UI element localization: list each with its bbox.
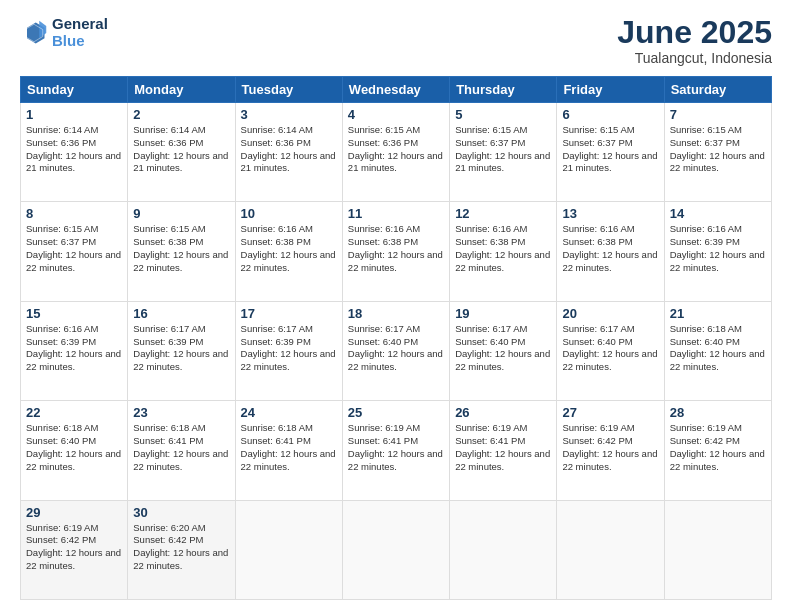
calendar-cell: 23Sunrise: 6:18 AM Sunset: 6:41 PM Dayli… [128, 401, 235, 500]
calendar-cell [235, 500, 342, 599]
day-number: 5 [455, 107, 551, 122]
cell-info: Sunrise: 6:14 AM Sunset: 6:36 PM Dayligh… [241, 124, 337, 175]
day-number: 25 [348, 405, 444, 420]
week-row-1: 1Sunrise: 6:14 AM Sunset: 6:36 PM Daylig… [21, 103, 772, 202]
calendar-header: SundayMondayTuesdayWednesdayThursdayFrid… [21, 77, 772, 103]
cell-info: Sunrise: 6:17 AM Sunset: 6:40 PM Dayligh… [455, 323, 551, 374]
day-number: 6 [562, 107, 658, 122]
day-header-sunday: Sunday [21, 77, 128, 103]
calendar-cell: 10Sunrise: 6:16 AM Sunset: 6:38 PM Dayli… [235, 202, 342, 301]
main-title: June 2025 [617, 16, 772, 48]
calendar-cell: 24Sunrise: 6:18 AM Sunset: 6:41 PM Dayli… [235, 401, 342, 500]
cell-info: Sunrise: 6:16 AM Sunset: 6:38 PM Dayligh… [348, 223, 444, 274]
day-number: 2 [133, 107, 229, 122]
cell-info: Sunrise: 6:16 AM Sunset: 6:38 PM Dayligh… [562, 223, 658, 274]
calendar-cell: 29Sunrise: 6:19 AM Sunset: 6:42 PM Dayli… [21, 500, 128, 599]
calendar-cell: 18Sunrise: 6:17 AM Sunset: 6:40 PM Dayli… [342, 301, 449, 400]
cell-info: Sunrise: 6:19 AM Sunset: 6:41 PM Dayligh… [348, 422, 444, 473]
day-number: 1 [26, 107, 122, 122]
day-header-monday: Monday [128, 77, 235, 103]
cell-info: Sunrise: 6:16 AM Sunset: 6:39 PM Dayligh… [26, 323, 122, 374]
day-number: 17 [241, 306, 337, 321]
logo: General Blue [20, 16, 108, 49]
day-number: 7 [670, 107, 766, 122]
calendar-cell [557, 500, 664, 599]
calendar-cell: 8Sunrise: 6:15 AM Sunset: 6:37 PM Daylig… [21, 202, 128, 301]
week-row-4: 22Sunrise: 6:18 AM Sunset: 6:40 PM Dayli… [21, 401, 772, 500]
cell-info: Sunrise: 6:18 AM Sunset: 6:41 PM Dayligh… [241, 422, 337, 473]
cell-info: Sunrise: 6:20 AM Sunset: 6:42 PM Dayligh… [133, 522, 229, 573]
day-number: 21 [670, 306, 766, 321]
day-number: 27 [562, 405, 658, 420]
day-number: 3 [241, 107, 337, 122]
calendar-cell: 15Sunrise: 6:16 AM Sunset: 6:39 PM Dayli… [21, 301, 128, 400]
calendar-cell: 6Sunrise: 6:15 AM Sunset: 6:37 PM Daylig… [557, 103, 664, 202]
day-number: 8 [26, 206, 122, 221]
cell-info: Sunrise: 6:14 AM Sunset: 6:36 PM Dayligh… [26, 124, 122, 175]
calendar-cell [342, 500, 449, 599]
day-header-friday: Friday [557, 77, 664, 103]
calendar-cell: 7Sunrise: 6:15 AM Sunset: 6:37 PM Daylig… [664, 103, 771, 202]
calendar-cell: 19Sunrise: 6:17 AM Sunset: 6:40 PM Dayli… [450, 301, 557, 400]
day-number: 28 [670, 405, 766, 420]
calendar-cell: 12Sunrise: 6:16 AM Sunset: 6:38 PM Dayli… [450, 202, 557, 301]
day-header-thursday: Thursday [450, 77, 557, 103]
title-block: June 2025 Tualangcut, Indonesia [617, 16, 772, 66]
day-number: 9 [133, 206, 229, 221]
cell-info: Sunrise: 6:19 AM Sunset: 6:41 PM Dayligh… [455, 422, 551, 473]
week-row-2: 8Sunrise: 6:15 AM Sunset: 6:37 PM Daylig… [21, 202, 772, 301]
cell-info: Sunrise: 6:18 AM Sunset: 6:40 PM Dayligh… [670, 323, 766, 374]
cell-info: Sunrise: 6:17 AM Sunset: 6:39 PM Dayligh… [133, 323, 229, 374]
logo-text: General Blue [52, 16, 108, 49]
calendar-cell: 2Sunrise: 6:14 AM Sunset: 6:36 PM Daylig… [128, 103, 235, 202]
calendar-cell: 17Sunrise: 6:17 AM Sunset: 6:39 PM Dayli… [235, 301, 342, 400]
cell-info: Sunrise: 6:17 AM Sunset: 6:39 PM Dayligh… [241, 323, 337, 374]
day-number: 30 [133, 505, 229, 520]
day-number: 22 [26, 405, 122, 420]
calendar-cell: 13Sunrise: 6:16 AM Sunset: 6:38 PM Dayli… [557, 202, 664, 301]
calendar-cell: 25Sunrise: 6:19 AM Sunset: 6:41 PM Dayli… [342, 401, 449, 500]
day-number: 11 [348, 206, 444, 221]
calendar-cell: 28Sunrise: 6:19 AM Sunset: 6:42 PM Dayli… [664, 401, 771, 500]
day-number: 18 [348, 306, 444, 321]
day-header-saturday: Saturday [664, 77, 771, 103]
day-number: 26 [455, 405, 551, 420]
calendar-cell: 22Sunrise: 6:18 AM Sunset: 6:40 PM Dayli… [21, 401, 128, 500]
cell-info: Sunrise: 6:15 AM Sunset: 6:37 PM Dayligh… [26, 223, 122, 274]
cell-info: Sunrise: 6:15 AM Sunset: 6:37 PM Dayligh… [670, 124, 766, 175]
day-number: 24 [241, 405, 337, 420]
day-number: 19 [455, 306, 551, 321]
calendar-cell: 30Sunrise: 6:20 AM Sunset: 6:42 PM Dayli… [128, 500, 235, 599]
calendar-cell: 26Sunrise: 6:19 AM Sunset: 6:41 PM Dayli… [450, 401, 557, 500]
day-number: 20 [562, 306, 658, 321]
day-number: 12 [455, 206, 551, 221]
cell-info: Sunrise: 6:15 AM Sunset: 6:38 PM Dayligh… [133, 223, 229, 274]
week-row-3: 15Sunrise: 6:16 AM Sunset: 6:39 PM Dayli… [21, 301, 772, 400]
subtitle: Tualangcut, Indonesia [617, 50, 772, 66]
calendar-cell: 9Sunrise: 6:15 AM Sunset: 6:38 PM Daylig… [128, 202, 235, 301]
cell-info: Sunrise: 6:15 AM Sunset: 6:36 PM Dayligh… [348, 124, 444, 175]
day-number: 13 [562, 206, 658, 221]
day-number: 4 [348, 107, 444, 122]
day-number: 14 [670, 206, 766, 221]
calendar-cell: 21Sunrise: 6:18 AM Sunset: 6:40 PM Dayli… [664, 301, 771, 400]
logo-icon [20, 19, 48, 47]
cell-info: Sunrise: 6:19 AM Sunset: 6:42 PM Dayligh… [562, 422, 658, 473]
day-number: 29 [26, 505, 122, 520]
week-row-5: 29Sunrise: 6:19 AM Sunset: 6:42 PM Dayli… [21, 500, 772, 599]
calendar-cell: 20Sunrise: 6:17 AM Sunset: 6:40 PM Dayli… [557, 301, 664, 400]
day-header-wednesday: Wednesday [342, 77, 449, 103]
cell-info: Sunrise: 6:17 AM Sunset: 6:40 PM Dayligh… [562, 323, 658, 374]
page: General Blue June 2025 Tualangcut, Indon… [0, 0, 792, 612]
cell-info: Sunrise: 6:17 AM Sunset: 6:40 PM Dayligh… [348, 323, 444, 374]
calendar-cell: 11Sunrise: 6:16 AM Sunset: 6:38 PM Dayli… [342, 202, 449, 301]
calendar-body: 1Sunrise: 6:14 AM Sunset: 6:36 PM Daylig… [21, 103, 772, 600]
day-number: 23 [133, 405, 229, 420]
cell-info: Sunrise: 6:16 AM Sunset: 6:38 PM Dayligh… [455, 223, 551, 274]
day-number: 10 [241, 206, 337, 221]
day-header-tuesday: Tuesday [235, 77, 342, 103]
day-number: 15 [26, 306, 122, 321]
calendar-cell: 5Sunrise: 6:15 AM Sunset: 6:37 PM Daylig… [450, 103, 557, 202]
cell-info: Sunrise: 6:14 AM Sunset: 6:36 PM Dayligh… [133, 124, 229, 175]
day-number: 16 [133, 306, 229, 321]
